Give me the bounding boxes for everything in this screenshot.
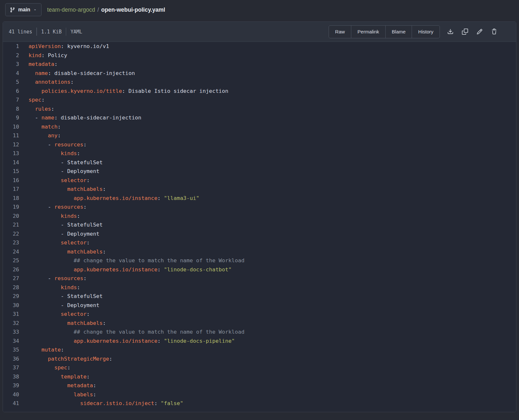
line-number[interactable]: 10	[3, 122, 19, 131]
file-actions: Raw Permalink Blame History	[329, 25, 497, 38]
code-line: 15 - Deployment	[3, 167, 516, 176]
line-number[interactable]: 33	[3, 327, 19, 337]
line-number[interactable]: 24	[3, 247, 19, 256]
code-line: 35 mutate:	[3, 345, 516, 354]
code-line-content: policies.kyverno.io/title: Disable Istio…	[19, 87, 228, 96]
line-number[interactable]: 19	[3, 203, 19, 212]
breadcrumb-repo-link[interactable]: team-demo-argocd	[47, 6, 95, 13]
code-line-content: name: disable-sidecar-injection	[19, 69, 135, 78]
code-line: 27 - resources:	[3, 274, 516, 283]
line-number[interactable]: 17	[3, 185, 19, 194]
code-line-content: kinds:	[19, 149, 80, 158]
line-number[interactable]: 8	[3, 105, 19, 114]
line-number[interactable]: 23	[3, 238, 19, 247]
line-number[interactable]: 4	[3, 69, 19, 78]
code-line-content: ## change the value to match the name of…	[19, 327, 245, 337]
line-number[interactable]: 31	[3, 310, 19, 319]
file-info: 41 lines 1.1 KiB YAML	[9, 28, 82, 36]
delete-icon[interactable]	[491, 29, 497, 35]
line-number[interactable]: 41	[3, 399, 19, 408]
file-language: YAML	[70, 29, 82, 35]
line-number[interactable]: 7	[3, 95, 19, 105]
line-number[interactable]: 32	[3, 319, 19, 328]
line-number[interactable]: 16	[3, 176, 19, 185]
divider	[36, 28, 37, 36]
line-number[interactable]: 30	[3, 301, 19, 310]
line-number[interactable]: 9	[3, 113, 19, 122]
line-number[interactable]: 29	[3, 292, 19, 301]
code-line: 3metadata:	[3, 60, 516, 69]
line-number[interactable]: 35	[3, 345, 19, 354]
code-line-content: - resources:	[19, 203, 87, 212]
breadcrumb-separator: /	[97, 6, 99, 13]
file-size: 1.1 KiB	[41, 29, 62, 35]
branch-name: main	[18, 7, 30, 13]
line-number[interactable]: 2	[3, 51, 19, 60]
code-line-content: rules:	[19, 105, 54, 114]
code-line-content: sidecar.istio.io/inject: "false"	[19, 399, 183, 408]
code-line-content: spec:	[19, 95, 45, 105]
branch-selector[interactable]: main	[5, 3, 42, 16]
code-line: 18 app.kubernetes.io/instance: "llama3-u…	[3, 194, 516, 203]
code-line-content: template:	[19, 372, 90, 381]
code-line-content: app.kubernetes.io/instance: "linode-docs…	[19, 265, 232, 274]
line-number[interactable]: 22	[3, 229, 19, 239]
divider	[66, 28, 66, 36]
line-number[interactable]: 36	[3, 354, 19, 364]
file-header: 41 lines 1.1 KiB YAML Raw Permalink Blam…	[3, 22, 516, 42]
code-line: 24 matchLabels:	[3, 247, 516, 256]
code-line: 32 matchLabels:	[3, 319, 516, 328]
code-line-content: - Deployment	[19, 301, 100, 310]
code-line: 4 name: disable-sidecar-injection	[3, 69, 516, 78]
line-number[interactable]: 38	[3, 372, 19, 381]
code-line: 28 kinds:	[3, 283, 516, 292]
line-number[interactable]: 21	[3, 220, 19, 229]
code-line-content: selector:	[19, 310, 90, 319]
code-line: 11 any:	[3, 131, 516, 140]
blame-button[interactable]: Blame	[385, 26, 412, 38]
code-line-content: apiVersion: kyverno.io/v1	[19, 42, 109, 51]
line-number[interactable]: 11	[3, 131, 19, 140]
file-line-count: 41 lines	[9, 29, 32, 35]
code-line-content: labels:	[19, 390, 96, 399]
code-line-content: - resources:	[19, 140, 87, 149]
line-number[interactable]: 14	[3, 158, 19, 167]
code-lines: 1apiVersion: kyverno.io/v12kind: Policy3…	[3, 42, 516, 412]
code-line-content: - StatefulSet	[19, 220, 103, 229]
line-number[interactable]: 5	[3, 78, 19, 87]
edit-icon[interactable]	[476, 29, 483, 35]
code-line: 41 sidecar.istio.io/inject: "false"	[3, 399, 516, 408]
line-number[interactable]: 18	[3, 194, 19, 203]
permalink-button[interactable]: Permalink	[351, 26, 385, 38]
line-number[interactable]: 25	[3, 256, 19, 265]
line-number[interactable]: 37	[3, 363, 19, 372]
code-line: 2kind: Policy	[3, 51, 516, 60]
line-number[interactable]: 6	[3, 87, 19, 96]
code-line-content: matchLabels:	[19, 185, 106, 194]
line-number[interactable]: 39	[3, 381, 19, 390]
line-number[interactable]: 27	[3, 274, 19, 283]
history-button[interactable]: History	[412, 26, 440, 38]
line-number[interactable]: 34	[3, 337, 19, 346]
code-line: 26 app.kubernetes.io/instance: "linode-d…	[3, 265, 516, 274]
line-number[interactable]: 12	[3, 140, 19, 149]
code-line: 38 template:	[3, 372, 516, 381]
raw-button[interactable]: Raw	[329, 26, 351, 38]
code-line: 1apiVersion: kyverno.io/v1	[3, 42, 516, 51]
copy-icon[interactable]	[462, 29, 468, 35]
line-number[interactable]: 40	[3, 390, 19, 399]
code-line-content: kind: Policy	[19, 51, 67, 60]
line-number[interactable]: 1	[3, 42, 19, 51]
line-number[interactable]: 20	[3, 212, 19, 221]
file-icon-actions	[447, 29, 497, 35]
line-number[interactable]: 26	[3, 265, 19, 274]
code-line-content: any:	[19, 131, 61, 140]
code-line-content: ## change the value to match the name of…	[19, 256, 245, 265]
file-view-button-group: Raw Permalink Blame History	[329, 25, 440, 38]
download-icon[interactable]	[447, 29, 453, 35]
caret-down-icon	[33, 8, 37, 12]
line-number[interactable]: 13	[3, 149, 19, 158]
line-number[interactable]: 3	[3, 60, 19, 69]
line-number[interactable]: 28	[3, 283, 19, 292]
line-number[interactable]: 15	[3, 167, 19, 176]
